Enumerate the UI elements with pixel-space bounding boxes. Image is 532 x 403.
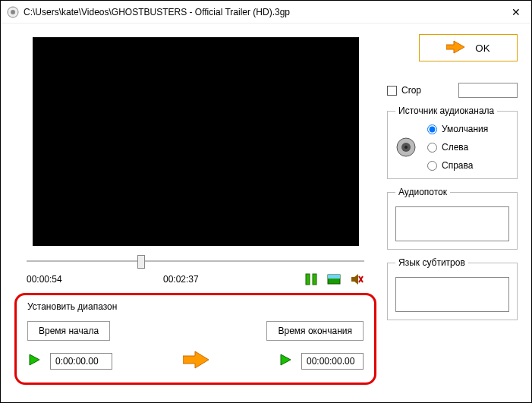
subtitle-lang-group: Язык субтитров — [387, 257, 518, 320]
audio-stream-label: Аудиопоток — [395, 187, 450, 197]
audio-source-label: Источник аудиоканала — [395, 105, 497, 116]
arrow-right-icon — [446, 40, 464, 56]
mute-button[interactable] — [349, 272, 364, 287]
svg-marker-10 — [183, 351, 209, 368]
duration: 00:02:37 — [163, 274, 239, 285]
seek-slider[interactable] — [27, 253, 364, 269]
crop-input[interactable] — [458, 83, 518, 98]
start-time-input[interactable] — [50, 353, 112, 370]
ok-button[interactable]: OK — [419, 34, 518, 61]
crop-label: Crop — [401, 85, 421, 96]
svg-point-1 — [11, 10, 15, 14]
audio-source-option[interactable]: Справа — [427, 160, 488, 171]
crop-checkbox[interactable] — [387, 86, 397, 96]
range-group: Установить диапазон Время начала Время о… — [14, 293, 376, 385]
ok-label: OK — [475, 43, 490, 54]
speaker-icon — [395, 137, 417, 158]
audio-source-option[interactable]: Умолчания — [427, 124, 488, 134]
window-title: C:\Users\kate\Videos\GHOSTBUSTERS - Offi… — [24, 7, 507, 17]
audio-source-option-label: Умолчания — [442, 124, 488, 134]
svg-marker-12 — [446, 41, 464, 53]
svg-rect-2 — [306, 274, 310, 285]
audio-source-option-label: Слева — [442, 142, 468, 153]
app-icon — [7, 6, 19, 18]
svg-point-15 — [405, 146, 408, 149]
subtitle-lang-label: Язык субтитров — [395, 257, 468, 268]
end-time-button[interactable]: Время окончания — [266, 321, 364, 341]
audio-source-option-label: Справа — [442, 160, 473, 171]
current-time: 00:00:54 — [27, 274, 110, 285]
subtitle-lang-select[interactable] — [395, 277, 509, 312]
stop-button[interactable] — [326, 272, 342, 287]
pause-button[interactable] — [304, 272, 319, 287]
range-group-label: Установить диапазон — [27, 301, 364, 312]
play-start-icon[interactable] — [27, 353, 41, 369]
svg-marker-11 — [281, 354, 291, 365]
svg-rect-5 — [328, 275, 340, 279]
start-time-button[interactable]: Время начала — [27, 321, 110, 341]
svg-marker-6 — [351, 274, 358, 285]
end-time-input[interactable] — [301, 353, 364, 370]
audio-stream-group: Аудиопоток — [387, 187, 518, 250]
close-button[interactable]: ✕ — [507, 6, 525, 18]
svg-rect-3 — [313, 274, 316, 285]
play-end-icon[interactable] — [279, 353, 292, 369]
audio-source-group: Источник аудиоканала УмолчанияСлеваСправ… — [387, 105, 518, 179]
video-preview — [33, 37, 359, 246]
arrow-right-icon — [183, 350, 209, 372]
audio-stream-select[interactable] — [395, 206, 509, 241]
audio-source-option[interactable]: Слева — [427, 142, 488, 153]
svg-marker-9 — [30, 354, 39, 365]
